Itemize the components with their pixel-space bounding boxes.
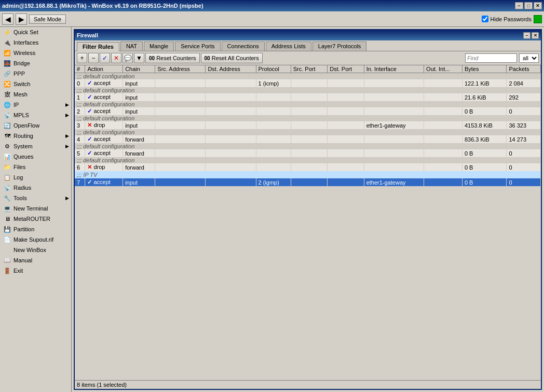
minimize-button[interactable]: − bbox=[515, 2, 523, 9]
sidebar-label-tools: Tools bbox=[13, 195, 27, 201]
table-row[interactable]: 7✓ acceptinput2 (igmp)ether1-gateway0 B0 bbox=[75, 178, 541, 186]
cell-num: 5 bbox=[75, 149, 85, 157]
sidebar-label-openflow: OpenFlow bbox=[13, 122, 39, 129]
sidebar-item-openflow[interactable]: 🔄 OpenFlow bbox=[0, 120, 71, 131]
sidebar-item-new-winbox[interactable]: New WinBox bbox=[0, 245, 71, 255]
forward-button[interactable]: ▶ bbox=[16, 13, 27, 25]
sidebar-item-ppp[interactable]: 🔗 PPP bbox=[0, 68, 71, 79]
sidebar-item-routing[interactable]: 🗺 Routing ▶ bbox=[0, 131, 71, 141]
sidebar-item-new-terminal[interactable]: 💻 New Terminal bbox=[0, 203, 71, 214]
sidebar-item-exit[interactable]: 🚪 Exit bbox=[0, 265, 71, 276]
sidebar-arrow-ip: ▶ bbox=[65, 102, 69, 107]
reset-all-counters-button[interactable]: 00 Reset All Counters bbox=[201, 53, 263, 63]
enable-rule-button[interactable]: ✓ bbox=[100, 53, 110, 63]
sidebar-arrow-tools: ▶ bbox=[65, 195, 69, 201]
cell-src-address bbox=[155, 79, 206, 87]
sidebar-item-radius[interactable]: 📡 Radius bbox=[0, 183, 71, 193]
col-header-packets[interactable]: Packets bbox=[507, 65, 541, 73]
close-button[interactable]: ✕ bbox=[534, 2, 542, 9]
hide-passwords-checkbox[interactable] bbox=[482, 16, 488, 22]
remove-rule-button[interactable]: − bbox=[88, 53, 99, 63]
table-row[interactable]: 1✓ acceptinput21.6 KiB292 bbox=[75, 93, 541, 101]
cell-out-interface bbox=[424, 135, 463, 143]
cell-protocol bbox=[256, 163, 291, 171]
sidebar-arrow-mpls: ▶ bbox=[65, 113, 69, 118]
col-header-out-interface[interactable]: Out. Int... bbox=[424, 65, 463, 73]
maximize-button[interactable]: □ bbox=[524, 2, 533, 9]
sidebar-item-interfaces[interactable]: 🔌 Interfaces bbox=[0, 37, 71, 48]
add-rule-button[interactable]: + bbox=[77, 53, 87, 63]
status-indicator bbox=[534, 15, 542, 23]
sidebar-item-bridge[interactable]: 🌉 Bridge bbox=[0, 58, 71, 68]
sidebar-label-log: Log bbox=[13, 174, 23, 180]
cell-src-address bbox=[155, 135, 206, 143]
sidebar-item-make-supout[interactable]: 📄 Make Supout.rif bbox=[0, 234, 71, 245]
sidebar-item-quick-set[interactable]: ⚡ Quick Set bbox=[0, 27, 71, 37]
col-header-in-interface[interactable]: In. Interface bbox=[364, 65, 424, 73]
tab-filter-rules[interactable]: Filter Rules bbox=[77, 42, 119, 51]
sidebar-item-tools[interactable]: 🔧 Tools ▶ bbox=[0, 193, 71, 203]
sidebar: ⚡ Quick Set 🔌 Interfaces 📶 Wireless 🌉 Br… bbox=[0, 27, 72, 392]
table-row[interactable]: 2✓ acceptinput0 B0 bbox=[75, 107, 541, 115]
sidebar-item-mesh[interactable]: 🕸 Mesh bbox=[0, 89, 71, 100]
sidebar-item-system[interactable]: ⚙ System ▶ bbox=[0, 141, 71, 151]
cell-in-interface: ether1-gateway bbox=[364, 121, 424, 129]
table-row[interactable]: 4✓ acceptforward836.3 KiB14 273 bbox=[75, 135, 541, 143]
col-header-dst-address[interactable]: Dst. Address bbox=[206, 65, 256, 73]
col-header-num[interactable]: # bbox=[75, 65, 85, 73]
col-header-bytes[interactable]: Bytes bbox=[462, 65, 507, 73]
cell-num: 0 bbox=[75, 79, 85, 87]
sidebar-icon-files: 📁 bbox=[3, 163, 11, 171]
firewall-title: Firewall bbox=[77, 32, 98, 38]
sidebar-item-log[interactable]: 📋 Log bbox=[0, 172, 71, 183]
disable-rule-button[interactable]: ✕ bbox=[111, 53, 121, 63]
table-row[interactable]: 3✕ dropinputether1-gateway4153.8 KiB36 3… bbox=[75, 121, 541, 129]
find-input[interactable] bbox=[465, 53, 517, 63]
col-header-src-address[interactable]: Src. Address bbox=[155, 65, 206, 73]
col-header-chain[interactable]: Chain bbox=[123, 65, 155, 73]
table-row[interactable]: 5✓ acceptforward0 B0 bbox=[75, 149, 541, 157]
table-row[interactable]: 6✕ dropforward0 B0 bbox=[75, 163, 541, 171]
section-row: ;;; default configuration bbox=[75, 129, 541, 135]
tab-service-ports[interactable]: Service Ports bbox=[175, 41, 220, 51]
find-scope-select[interactable]: all bbox=[519, 53, 539, 63]
cell-packets: 14 273 bbox=[507, 135, 541, 143]
table-row[interactable]: 0✓ acceptinput1 (icmp)122.1 KiB2 084 bbox=[75, 79, 541, 87]
cell-protocol bbox=[256, 135, 291, 143]
cell-in-interface bbox=[364, 107, 424, 115]
comment-rule-button[interactable]: 💬 bbox=[123, 53, 133, 63]
back-button[interactable]: ◀ bbox=[2, 13, 13, 25]
col-header-src-port[interactable]: Src. Port bbox=[291, 65, 327, 73]
section-row: ;;; default configuration bbox=[75, 143, 541, 149]
sidebar-item-manual[interactable]: 📖 Manual bbox=[0, 255, 71, 265]
table-header-row: #ActionChainSrc. AddressDst. AddressProt… bbox=[75, 65, 541, 73]
sidebar-item-files[interactable]: 📁 Files bbox=[0, 162, 71, 172]
sidebar-item-wireless[interactable]: 📶 Wireless bbox=[0, 48, 71, 58]
fw-close-button[interactable]: ✕ bbox=[532, 32, 539, 39]
sidebar-icon-mesh: 🕸 bbox=[3, 90, 11, 99]
tab-address-lists[interactable]: Address Lists bbox=[266, 41, 311, 51]
col-header-dst-port[interactable]: Dst. Port bbox=[328, 65, 364, 73]
sidebar-item-queues[interactable]: 📊 Queues bbox=[0, 151, 71, 162]
sidebar-label-mesh: Mesh bbox=[13, 91, 28, 97]
tab-layer7-protocols[interactable]: Layer7 Protocols bbox=[312, 41, 367, 51]
col-header-protocol[interactable]: Protocol bbox=[256, 65, 291, 73]
fw-minimize-button[interactable]: − bbox=[523, 32, 531, 39]
sidebar-item-ip[interactable]: 🌐 IP ▶ bbox=[0, 100, 71, 110]
cell-num: 4 bbox=[75, 135, 85, 143]
reset-counters-button[interactable]: 00 Reset Counters bbox=[145, 53, 200, 63]
col-header-action[interactable]: Action bbox=[85, 65, 123, 73]
safe-mode-button[interactable]: Safe Mode bbox=[29, 15, 66, 24]
sidebar-label-ip: IP bbox=[13, 102, 19, 108]
sidebar-label-switch: Switch bbox=[13, 81, 30, 87]
sidebar-item-partition[interactable]: 💾 Partition bbox=[0, 224, 71, 234]
sidebar-item-switch[interactable]: 🔀 Switch bbox=[0, 79, 71, 89]
sidebar-item-mpls[interactable]: 📡 MPLS ▶ bbox=[0, 110, 71, 120]
tab-connections[interactable]: Connections bbox=[222, 41, 265, 51]
filter-button[interactable]: ▼ bbox=[134, 53, 144, 63]
fw-table-container[interactable]: #ActionChainSrc. AddressDst. AddressProt… bbox=[75, 65, 541, 380]
sidebar-item-meta-router[interactable]: 🖥 MetaROUTER bbox=[0, 214, 71, 224]
title-text: admin@192.168.88.1 (MikroTik) - WinBox v… bbox=[2, 3, 203, 9]
tab-mangle[interactable]: Mangle bbox=[144, 41, 174, 51]
tab-nat[interactable]: NAT bbox=[120, 41, 143, 51]
